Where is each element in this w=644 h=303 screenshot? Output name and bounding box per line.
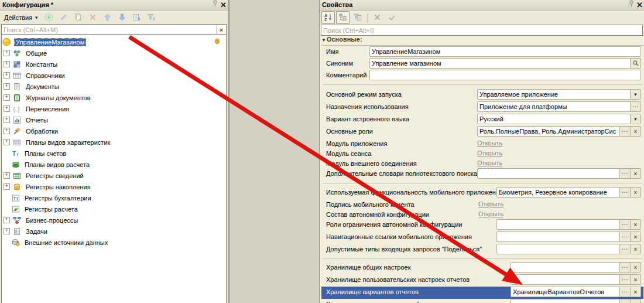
property-row-main-run-mode[interactable]: Основной режим запуска▼: [321, 89, 643, 101]
property-row-script-variant[interactable]: Вариант встроенного языка▼: [321, 114, 643, 126]
properties-search-input[interactable]: [321, 26, 642, 35]
expand-plus-icon[interactable]: +: [4, 139, 10, 145]
actions-menu-button[interactable]: Действия ▼: [2, 12, 41, 23]
tree-item-calculation-registers[interactable]: Регистры расчета: [2, 203, 226, 215]
property-row-name[interactable]: Имя: [321, 46, 643, 58]
tree-item-enums[interactable]: +{..}Перечисления: [2, 103, 226, 114]
choose-button[interactable]: ...: [620, 244, 631, 254]
search-clear-button[interactable]: ×: [216, 25, 226, 34]
property-row-report-variants-storage[interactable]: Хранилище вариантов отчетов...×: [321, 287, 643, 299]
property-row-session-module[interactable]: Модуль сеансаОткрыть: [321, 148, 643, 158]
tree-item-external-data-sources[interactable]: Внешние источники данных: [2, 237, 226, 248]
open-link-standalone-configuration[interactable]: Открыть: [478, 210, 503, 217]
expand-plus-icon[interactable]: +: [4, 94, 10, 101]
expand-plus-icon[interactable]: +: [4, 183, 10, 190]
pin-icon[interactable]: [629, 0, 634, 10]
tree-item-reports[interactable]: +Отчеты: [2, 114, 226, 125]
magnifier-button[interactable]: [631, 58, 641, 69]
property-value-input-main-run-mode[interactable]: [477, 89, 631, 100]
property-row-comment[interactable]: Комментарий: [321, 70, 643, 81]
tree-item-root[interactable]: УправлениеМагазином: [2, 36, 226, 47]
tree-item-constants[interactable]: +Константы: [2, 59, 226, 70]
tree-item-catalogs[interactable]: +Справочники: [2, 70, 226, 81]
property-row-mobile-functionality[interactable]: Используемая функциональность мобильного…: [321, 187, 643, 199]
close-icon[interactable]: ✕: [636, 1, 643, 9]
open-link-application-module[interactable]: Открыть: [477, 139, 502, 147]
open-link-external-connection-module[interactable]: Открыть: [477, 159, 502, 166]
expand-plus-icon[interactable]: +: [4, 172, 10, 179]
pin-icon[interactable]: [629, 1, 634, 8]
tree-item-accumulation-registers[interactable]: +Регистры накопления: [2, 181, 226, 192]
pin-icon[interactable]: [213, 1, 218, 8]
move-down-button[interactable]: [115, 11, 129, 24]
choose-button[interactable]: ...: [620, 287, 631, 297]
property-row-usage-purposes[interactable]: Назначения использования...: [321, 101, 643, 114]
choose-button[interactable]: ...: [620, 168, 631, 179]
property-value-input-comment[interactable]: [369, 70, 641, 80]
choose-button[interactable]: ...: [620, 262, 631, 273]
property-value-input-default-roles[interactable]: [477, 126, 620, 137]
property-row-application-module[interactable]: Модуль приложенияОткрыть: [321, 138, 643, 148]
tree-item-common[interactable]: +Общие: [2, 47, 226, 59]
clear-button[interactable]: ×: [631, 126, 641, 137]
filter-button[interactable]: [145, 11, 158, 24]
expand-plus-icon[interactable]: +: [4, 105, 10, 112]
property-row-report-user-settings-storage[interactable]: Хранилище пользовательских настроек отче…: [321, 274, 643, 287]
category-view-button[interactable]: [336, 11, 350, 24]
clear-button[interactable]: ×: [631, 244, 641, 254]
expand-plus-icon[interactable]: +: [4, 50, 10, 56]
property-row-common-settings-storage[interactable]: Хранилище общих настроек...×: [321, 262, 643, 274]
tree-item-information-registers[interactable]: +Регистры сведений: [2, 170, 226, 181]
tree-item-charts-of-accounts[interactable]: TтПланы счетов: [2, 148, 226, 159]
tree-item-charts-of-characteristic-types[interactable]: +Планы видов характеристик: [2, 137, 226, 148]
property-value-input-share-request-types[interactable]: [496, 244, 620, 254]
section-header-main[interactable]: ▼Основные:: [321, 36, 643, 46]
property-value-input-form-data-settings-storage[interactable]: [511, 299, 620, 303]
property-value-input-report-variants-storage[interactable]: [511, 287, 620, 297]
clear-button[interactable]: ×: [631, 299, 641, 303]
clear-button[interactable]: ×: [631, 219, 641, 230]
property-row-default-roles[interactable]: Основные роли...×: [321, 126, 643, 138]
dropdown-button[interactable]: ▼: [631, 114, 641, 124]
clear-button[interactable]: ×: [631, 187, 641, 198]
edit-button[interactable]: [57, 11, 70, 24]
clear-x-button[interactable]: [371, 11, 384, 24]
property-row-mobile-navigation-urls[interactable]: Навигационные ссылки мобильного приложен…: [321, 231, 643, 244]
expand-plus-icon[interactable]: +: [4, 83, 10, 90]
clear-button[interactable]: ×: [631, 168, 641, 179]
expand-plus-icon[interactable]: +: [4, 128, 10, 134]
choose-button[interactable]: ...: [620, 187, 631, 198]
tree-item-accounting-registers[interactable]: TтРегистры бухгалтерии: [2, 192, 226, 203]
property-row-standalone-restriction-roles[interactable]: Роли ограничения автономной конфигурации…: [321, 219, 643, 231]
choose-button[interactable]: ...: [620, 299, 631, 303]
property-row-share-request-types[interactable]: Допустимые типы входящих запросов "Подел…: [321, 244, 643, 256]
filter-page-button[interactable]: [351, 11, 364, 24]
clear-button[interactable]: ×: [631, 287, 641, 297]
choose-button[interactable]: ...: [620, 126, 631, 137]
tree-item-document-journals[interactable]: +Журналы документов: [2, 92, 226, 103]
property-row-fulltext-dictionaries[interactable]: Дополнительные словари полнотекстового п…: [321, 168, 643, 181]
property-value-input-mobile-functionality[interactable]: [496, 187, 620, 198]
tree-item-tasks[interactable]: +Задачи: [2, 226, 226, 237]
close-icon[interactable]: ✕: [220, 1, 227, 9]
expand-plus-icon[interactable]: +: [4, 61, 10, 67]
clear-button[interactable]: ×: [631, 231, 641, 242]
choose-button[interactable]: ...: [620, 274, 631, 285]
property-value-input-fulltext-dictionaries[interactable]: [477, 168, 620, 179]
apply-check-button[interactable]: [385, 11, 399, 24]
copy-button[interactable]: [71, 11, 85, 24]
property-value-input-report-user-settings-storage[interactable]: [511, 274, 620, 285]
sort-az-button[interactable]: AZ: [321, 11, 335, 24]
dropdown-button[interactable]: ▼: [631, 89, 641, 100]
tree-item-charts-of-calculation-types[interactable]: Планы видов расчета: [2, 159, 226, 170]
property-value-input-common-settings-storage[interactable]: [511, 262, 620, 273]
reorder-button[interactable]: [130, 11, 143, 24]
expand-plus-icon[interactable]: +: [4, 72, 10, 79]
tree-item-documents[interactable]: +Документы: [2, 81, 226, 92]
delete-button[interactable]: [86, 11, 100, 24]
clear-button[interactable]: ×: [631, 262, 641, 273]
pin-icon[interactable]: [213, 0, 218, 10]
property-value-input-name[interactable]: [369, 46, 641, 57]
property-value-input-mobile-navigation-urls[interactable]: [496, 231, 620, 242]
property-value-input-script-variant[interactable]: [477, 114, 631, 124]
